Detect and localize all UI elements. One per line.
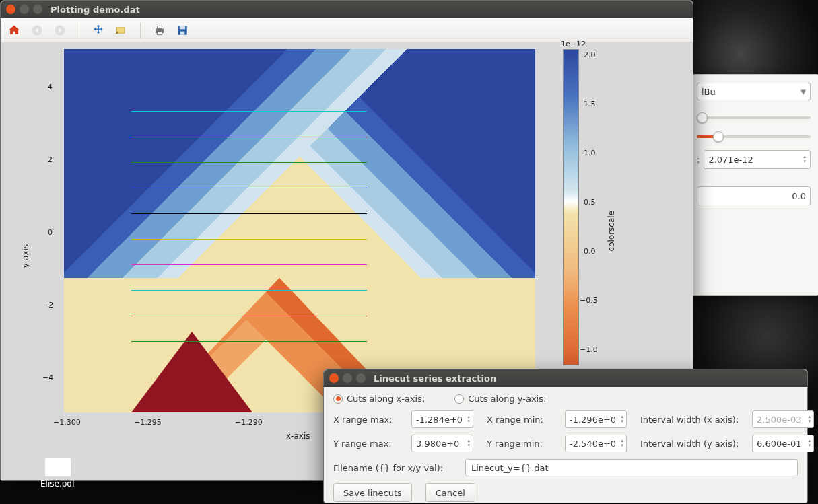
spinner-icon[interactable]: ▴▾	[621, 439, 623, 448]
linecut-1	[131, 111, 367, 112]
offset-field[interactable]: 0.0	[697, 186, 811, 205]
interval-x-label: Interval width (x axis):	[640, 415, 745, 425]
linecut-dialog: Linecut series extraction Cuts along x-a…	[323, 369, 808, 503]
heatmap	[64, 49, 535, 412]
svg-rect-4	[158, 26, 162, 28]
colorbar-label: colorscale	[607, 211, 616, 251]
spinner-icon[interactable]: ▴▾	[467, 439, 470, 448]
colon-label: :	[697, 155, 700, 165]
toolbar	[1, 18, 693, 42]
colormap-value: lBu	[702, 87, 716, 97]
max-value-field[interactable]: 2.071e-12 ▴▾	[704, 150, 811, 169]
minimize-icon[interactable]	[20, 5, 29, 14]
radio-dot-icon	[333, 394, 343, 404]
cbar-tick: 0.5	[584, 198, 596, 207]
linecut-9	[131, 316, 367, 316]
spinner-icon[interactable]: ▴▾	[808, 439, 811, 448]
xrange-max-label: X range max:	[333, 415, 405, 425]
y-tick: 0	[48, 228, 53, 237]
home-button[interactable]	[6, 22, 22, 38]
y-tick: −4	[42, 373, 53, 382]
xrange-min-input[interactable]: -1.296e+0▴▾	[565, 410, 627, 428]
spinner-icon: ▴▾	[808, 415, 811, 424]
slider-2[interactable]	[697, 135, 811, 138]
dialog-titlebar[interactable]: Linecut series extraction	[324, 369, 807, 387]
interval-y-label: Interval width (y axis):	[640, 439, 745, 449]
linecut-10	[131, 341, 367, 342]
spinner-icon[interactable]: ▴▾	[803, 155, 806, 164]
zoom-button[interactable]	[113, 22, 129, 38]
linecut-6	[131, 239, 367, 240]
yrange-min-label: Y range min:	[487, 439, 558, 449]
max-value-text: 2.071e-12	[708, 155, 753, 165]
radio-cuts-x[interactable]: Cuts along x-axis:	[333, 394, 425, 404]
toolbar-separator	[79, 22, 79, 38]
close-icon[interactable]	[329, 373, 339, 383]
cbar-tick: 0.0	[584, 247, 596, 256]
yrange-min-input[interactable]: -2.540e+0▴▾	[565, 435, 627, 452]
interval-x-input: 2.500e-03▴▾	[752, 410, 814, 428]
cbar-tick: 1.5	[584, 100, 596, 108]
svg-rect-7	[180, 26, 185, 29]
desktop-file[interactable]: Elise.pdf	[40, 458, 75, 489]
desktop-file-label: Elise.pdf	[40, 479, 75, 489]
file-icon	[45, 458, 71, 476]
colormap-select[interactable]: lBu ▼	[697, 83, 811, 100]
radio-dot-icon	[454, 394, 464, 404]
x-tick: −1.290	[235, 418, 263, 427]
back-button	[29, 22, 45, 38]
spinner-icon[interactable]: ▴▾	[621, 415, 623, 424]
minimize-icon[interactable]	[343, 373, 352, 383]
dialog-title: Linecut series extraction	[374, 373, 496, 384]
y-tick: 4	[48, 83, 53, 92]
yrange-max-input[interactable]: 3.980e+0▴▾	[411, 435, 473, 452]
save-linecuts-button[interactable]: Save linecuts	[333, 483, 412, 502]
yrange-max-label: Y range max:	[333, 439, 405, 449]
chevron-down-icon: ▼	[800, 88, 806, 96]
toolbar-separator	[140, 22, 141, 38]
offset-value-text: 0.0	[792, 191, 806, 201]
colorbar-exponent: 1e−12	[561, 40, 586, 48]
linecut-5	[131, 213, 367, 214]
radio-y-label: Cuts along y-axis:	[468, 394, 546, 404]
window-title: Plotting demo.dat	[50, 5, 140, 15]
forward-button	[52, 22, 68, 38]
pan-button[interactable]	[90, 22, 106, 38]
spinner-icon[interactable]: ▴▾	[467, 415, 470, 424]
linecut-7	[131, 264, 367, 265]
linecut-2	[131, 137, 367, 137]
xrange-max-input[interactable]: -1.284e+0▴▾	[411, 410, 473, 428]
settings-panel: lBu ▼ : 2.071e-12 ▴▾ 0.0	[688, 74, 818, 296]
slider-1[interactable]	[697, 116, 811, 119]
linecut-4	[131, 188, 367, 188]
close-icon[interactable]	[6, 5, 15, 14]
cbar-tick: −1.0	[580, 345, 598, 354]
radio-x-label: Cuts along x-axis:	[347, 394, 425, 404]
cbar-tick: 2.0	[584, 50, 596, 59]
svg-rect-8	[180, 31, 185, 34]
cancel-button[interactable]: Cancel	[425, 483, 475, 502]
linecut-3	[131, 162, 367, 163]
save-button[interactable]	[174, 22, 191, 38]
cbar-tick: 1.0	[584, 149, 596, 157]
maximize-icon[interactable]	[356, 373, 366, 383]
linecut-8	[131, 290, 367, 291]
y-axis-label: y-axis	[21, 244, 30, 268]
svg-rect-5	[158, 31, 162, 34]
titlebar[interactable]: Plotting demo.dat	[1, 1, 693, 18]
xrange-min-label: X range min:	[487, 415, 558, 425]
filename-label: Filename ({} for x/y val):	[333, 463, 452, 473]
filename-input[interactable]: Linecut_y={}.dat	[465, 459, 798, 476]
print-button[interactable]	[151, 22, 168, 38]
radio-cuts-y[interactable]: Cuts along y-axis:	[454, 394, 546, 404]
cbar-tick: −0.5	[580, 296, 598, 305]
colorbar	[563, 49, 579, 365]
y-tick: 2	[48, 155, 53, 164]
x-axis-label: x-axis	[286, 431, 310, 441]
interval-y-input[interactable]: 6.600e-01▴▾	[752, 435, 814, 452]
x-tick: −1.300	[53, 418, 81, 427]
x-tick: −1.295	[134, 418, 162, 427]
maximize-icon[interactable]	[33, 5, 42, 14]
y-tick: −2	[42, 301, 53, 310]
